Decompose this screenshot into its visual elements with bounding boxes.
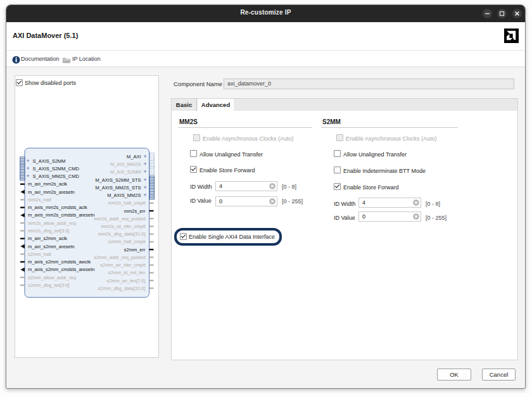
svg-text:+: +	[143, 168, 147, 175]
svg-text:S_AXIS_S2MM: S_AXIS_S2MM	[33, 158, 66, 164]
svg-text:+: +	[26, 157, 30, 164]
svg-text:S_AXIS_S2MM_CMD: S_AXIS_S2MM_CMD	[33, 166, 80, 172]
svg-text:M_AXI_MM2S: M_AXI_MM2S	[110, 161, 141, 167]
svg-text:M_AXIS_MM2S_STS: M_AXIS_MM2S_STS	[95, 185, 141, 191]
svg-text:s2mm_halt: s2mm_halt	[28, 251, 52, 257]
svg-text:s2mm_allow_addr_req: s2mm_allow_addr_req	[28, 275, 76, 280]
svg-text:m_axi_s2mm_aresetn: m_axi_s2mm_aresetn	[28, 244, 75, 249]
svg-text:+: +	[143, 153, 147, 160]
svg-text:M_AXIS_MM2S: M_AXIS_MM2S	[107, 192, 141, 198]
svg-text:mm2s_dbg_sel[3:0]: mm2s_dbg_sel[3:0]	[28, 228, 69, 234]
svg-text:s2mm_addr_req_posted: s2mm_addr_req_posted	[94, 255, 145, 260]
svg-text:mm2s_addr_req_posted: mm2s_addr_req_posted	[94, 216, 145, 222]
svg-text:M_AXIS_S2MM_STS: M_AXIS_S2MM_STS	[95, 177, 141, 183]
svg-text:M_AXI: M_AXI	[127, 154, 141, 160]
svg-text:s2mm_halt_cmplt: s2mm_halt_cmplt	[108, 239, 146, 244]
svg-text:m_axis_s2mm_cmdsts_aresetn: m_axis_s2mm_cmdsts_aresetn	[28, 267, 94, 272]
svg-text:+: +	[143, 160, 147, 167]
svg-text:s2mm_ld_nxt_len: s2mm_ld_nxt_len	[108, 270, 146, 275]
svg-text:m_axis_mm2s_cmdsts_aclk: m_axis_mm2s_cmdsts_aclk	[28, 205, 87, 210]
svg-text:+: +	[143, 176, 147, 183]
svg-text:S_AXIS_MM2S_CMD: S_AXIS_MM2S_CMD	[33, 173, 80, 179]
svg-text:+: +	[26, 172, 30, 179]
svg-text:m_axi_mm2s_aresetn: m_axi_mm2s_aresetn	[28, 189, 75, 195]
svg-text:mm2s_halt: mm2s_halt	[28, 197, 52, 203]
svg-text:s2mm_wr_xfer_cmplt: s2mm_wr_xfer_cmplt	[100, 262, 146, 268]
svg-text:m_axis_s2mm_cmdsts_awclk: m_axis_s2mm_cmdsts_awclk	[28, 259, 91, 265]
svg-text:mm2s_allow_addr_req: mm2s_allow_addr_req	[28, 220, 76, 226]
svg-text:s2mm_dbg_sel[3:0]: s2mm_dbg_sel[3:0]	[28, 282, 69, 288]
svg-text:s2mm_wr_len[7:0]: s2mm_wr_len[7:0]	[106, 278, 145, 284]
svg-text:s2mm_err: s2mm_err	[124, 247, 146, 253]
svg-text:m_axis_mm2s_cmdsts_aresetn: m_axis_mm2s_cmdsts_aresetn	[28, 212, 94, 218]
svg-text:+: +	[143, 191, 147, 198]
svg-text:s2mm_dbg_data[31:0]: s2mm_dbg_data[31:0]	[98, 286, 146, 291]
svg-text:mm2s_rd_xfer_cmplt: mm2s_rd_xfer_cmplt	[101, 224, 146, 229]
svg-text:+: +	[26, 165, 30, 172]
svg-text:+: +	[143, 184, 147, 191]
svg-text:mm2s_halt_cmplt: mm2s_halt_cmplt	[108, 200, 146, 206]
svg-text:m_axi_mm2s_aclk: m_axi_mm2s_aclk	[28, 181, 67, 187]
svg-text:m_axi_s2mm_aclk: m_axi_s2mm_aclk	[28, 236, 67, 241]
svg-text:mm2s_err: mm2s_err	[124, 208, 146, 214]
svg-text:mm2s_dbg_data[31:0]: mm2s_dbg_data[31:0]	[98, 231, 146, 237]
svg-text:M_AXI_S2MM: M_AXI_S2MM	[110, 169, 141, 175]
